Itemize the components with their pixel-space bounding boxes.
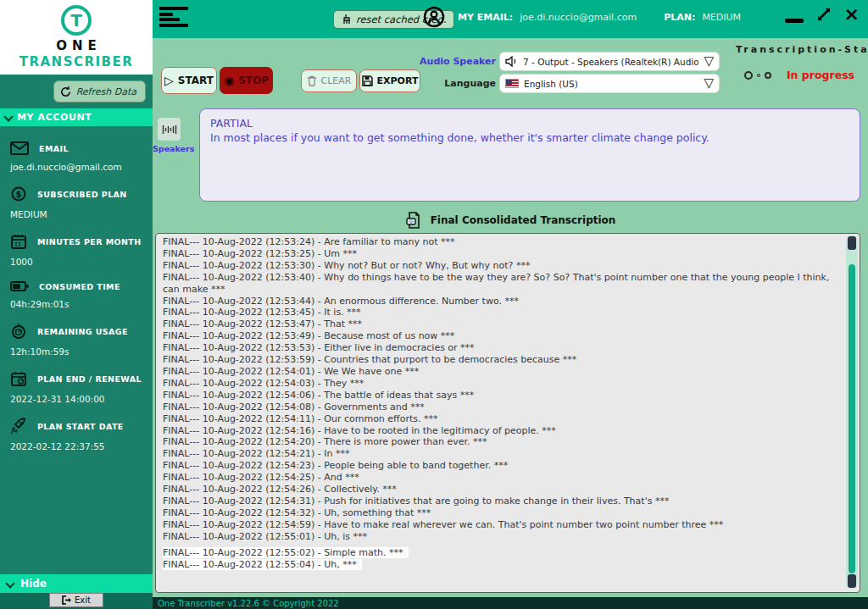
svg-text:$: $ bbox=[16, 190, 22, 199]
record-icon: ◉ bbox=[224, 75, 234, 86]
transcript-line: FINAL--- 10-Aug-2022 (12:54:11) - Our co… bbox=[163, 413, 843, 425]
play-icon: ▷ bbox=[164, 75, 174, 86]
transcript-line: FINAL--- 10-Aug-2022 (12:53:40) - Why do… bbox=[163, 272, 843, 296]
transcript-line: FINAL--- 10-Aug-2022 (12:54:31) - Push f… bbox=[163, 496, 843, 507]
language-dropdown[interactable]: English (US) ▽ bbox=[500, 75, 719, 92]
audio-speaker-label: Audio Speaker bbox=[415, 56, 496, 67]
transcript-line: FINAL--- 10-Aug-2022 (12:54:23) - People… bbox=[163, 460, 843, 472]
status-bar: One Transcriber v1.22.6 © Copyright 2022 bbox=[153, 597, 868, 609]
transcript-line: FINAL--- 10-Aug-2022 (12:55:01) - Uh, is… bbox=[163, 531, 843, 543]
stopwatch-icon bbox=[10, 323, 27, 340]
chevron-down-icon bbox=[3, 112, 13, 121]
plan-value: MEDIUM bbox=[702, 12, 741, 23]
plan-label: PLAN: bbox=[664, 12, 695, 23]
sidebar-item-email: EMAIL joe.di.nuccio@gmail.com bbox=[10, 141, 142, 172]
logo-t-icon: T bbox=[61, 5, 92, 36]
minimize-button[interactable] bbox=[785, 19, 804, 23]
maximize-button[interactable] bbox=[815, 6, 832, 23]
start-label: START bbox=[178, 75, 214, 86]
transcript-line: FINAL--- 10-Aug-2022 (12:53:25) - Um *** bbox=[163, 248, 843, 260]
transcript-line: FINAL--- 10-Aug-2022 (12:53:49) - Becaus… bbox=[163, 330, 843, 342]
item-value: 1000 bbox=[10, 257, 142, 267]
partial-title: PARTIAL bbox=[210, 116, 849, 130]
version-text: One Transcriber v1.22.6 © Copyright 2022 bbox=[158, 599, 339, 608]
transcript-line: FINAL--- 10-Aug-2022 (12:54:21) - In *** bbox=[163, 448, 843, 460]
dropdown-arrow-icon: ▽ bbox=[704, 77, 714, 90]
logo-letter: T bbox=[70, 12, 82, 29]
transcript-line: FINAL--- 10-Aug-2022 (12:53:47) - That *… bbox=[163, 318, 843, 330]
transcript-box[interactable]: FINAL--- 10-Aug-2022 (12:53:24) - Are fa… bbox=[155, 233, 860, 593]
item-value: joe.di.nuccio@gmail.com bbox=[10, 162, 142, 172]
status-activity-dots bbox=[744, 71, 771, 80]
main-area: reset cached cred. MY EMAIL: joe.di.nucc… bbox=[153, 0, 868, 597]
transcript-line: FINAL--- 10-Aug-2022 (12:54:32) - Uh, so… bbox=[163, 507, 843, 519]
sidebar-item-plan-start: PLAN START DATE 2022-02-12 22:37:55 bbox=[10, 418, 142, 451]
start-button[interactable]: ▷ START bbox=[161, 67, 217, 94]
refresh-icon bbox=[59, 86, 72, 98]
transcript-line: FINAL--- 10-Aug-2022 (12:54:59) - Have t… bbox=[163, 519, 843, 531]
dollar-circle-icon: $ bbox=[10, 185, 27, 202]
dropdown-arrow-icon: ▽ bbox=[704, 55, 714, 68]
clear-button[interactable]: CLEAR bbox=[301, 69, 357, 92]
account-summary: MY EMAIL: joe.di.nuccio@gmail.com PLAN: … bbox=[422, 5, 741, 29]
refresh-row: Refresh Data bbox=[0, 75, 153, 108]
transcript-line: FINAL--- 10-Aug-2022 (12:54:20) - There … bbox=[163, 436, 843, 448]
my-account-header[interactable]: MY ACCOUNT bbox=[0, 108, 153, 126]
transcript-line: FINAL--- 10-Aug-2022 (12:53:44) - An eno… bbox=[163, 296, 843, 307]
battery-icon bbox=[10, 280, 29, 292]
scroll-up-button[interactable] bbox=[848, 236, 856, 250]
exit-button[interactable]: Exit bbox=[49, 593, 103, 607]
sidebar: T ONE TRANSCRIBER Refresh Data MY ACCOUN… bbox=[0, 0, 153, 609]
item-value: 04h:29m:01s bbox=[10, 299, 142, 309]
calendar-clock-icon bbox=[10, 370, 27, 387]
transcript-line: FINAL--- 10-Aug-2022 (12:54:26) - Collec… bbox=[163, 484, 843, 496]
sidebar-item-plan-end: PLAN END / RENEWAL 2022-12-31 14:00:00 bbox=[10, 370, 142, 404]
account-info-list: EMAIL joe.di.nuccio@gmail.com $ SUBSCRIB… bbox=[0, 126, 153, 574]
item-label: EMAIL bbox=[39, 144, 69, 153]
exit-label: Exit bbox=[75, 595, 91, 605]
svg-text:-||-: -||- bbox=[408, 219, 414, 224]
transcript-line: FINAL--- 10-Aug-2022 (12:54:16) - Have t… bbox=[163, 425, 843, 437]
speakers-waveform-button[interactable] bbox=[158, 118, 181, 141]
scroll-down-button[interactable] bbox=[848, 574, 856, 588]
save-icon bbox=[362, 75, 373, 86]
stop-button[interactable]: ◉ STOP bbox=[220, 67, 273, 94]
hide-label: Hide bbox=[20, 578, 47, 590]
logo-text-one: ONE bbox=[51, 38, 102, 53]
item-value: MEDIUM bbox=[10, 209, 142, 219]
chevron-down-icon bbox=[5, 579, 14, 588]
language-label: Language bbox=[415, 78, 496, 89]
calendar-icon bbox=[10, 233, 27, 250]
transcript-list: FINAL--- 10-Aug-2022 (12:53:24) - Are fa… bbox=[163, 236, 843, 570]
transcript-line: FINAL--- 10-Aug-2022 (12:54:03) - They *… bbox=[163, 378, 843, 390]
transcript-line: FINAL--- 10-Aug-2022 (12:54:25) - And **… bbox=[163, 472, 843, 484]
item-value: 2022-02-12 22:37:55 bbox=[10, 441, 142, 451]
logo-text-transcriber: TRANSCRIBER bbox=[19, 54, 134, 69]
my-account-label: MY ACCOUNT bbox=[17, 112, 92, 123]
sidebar-item-minutes-per-month: MINUTES PER MONTH 1000 bbox=[10, 233, 142, 267]
trash-icon bbox=[307, 75, 317, 86]
audio-speaker-dropdown[interactable]: 7 - Output - Speakers (Realtek(R) Audio)… bbox=[500, 53, 719, 70]
item-label: PLAN END / RENEWAL bbox=[37, 374, 142, 384]
transcription-status-title: Transcription-Status bbox=[736, 44, 863, 55]
transcript-line: FINAL--- 10-Aug-2022 (12:54:08) - Govern… bbox=[163, 401, 843, 413]
audio-speaker-value: 7 - Output - Speakers (Realtek(R) Audio) bbox=[523, 57, 698, 67]
waveform-icon bbox=[162, 124, 177, 136]
exit-strip: Exit bbox=[0, 593, 153, 609]
transcript-line: FINAL--- 10-Aug-2022 (12:53:24) - Are fa… bbox=[163, 236, 843, 248]
scrollbar[interactable] bbox=[846, 235, 858, 589]
my-email-label: MY EMAIL: bbox=[458, 12, 513, 23]
hide-panel-button[interactable]: Hide bbox=[0, 574, 153, 593]
item-label: REMAINING USAGE bbox=[37, 327, 128, 336]
final-transcription-header: -||- Final Consolidated Transcription bbox=[153, 212, 868, 229]
app-window: T ONE TRANSCRIBER Refresh Data MY ACCOUN… bbox=[0, 0, 868, 609]
scrollbar-thumb[interactable] bbox=[849, 264, 855, 573]
close-icon[interactable]: × bbox=[844, 5, 860, 24]
email-icon bbox=[10, 141, 29, 155]
refresh-data-button[interactable]: Refresh Data bbox=[53, 80, 146, 102]
transcript-line: FINAL--- 10-Aug-2022 (12:53:59) - Countr… bbox=[163, 354, 843, 366]
menu-icon[interactable] bbox=[159, 7, 190, 29]
refresh-label: Refresh Data bbox=[76, 86, 136, 97]
item-label: MINUTES PER MONTH bbox=[37, 237, 142, 246]
export-button[interactable]: EXPORT bbox=[359, 69, 420, 92]
